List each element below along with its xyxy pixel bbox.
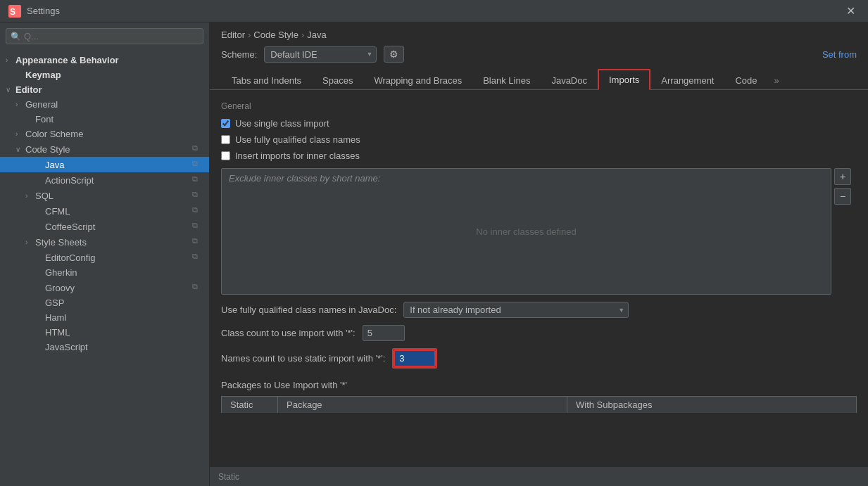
sidebar-item-label: CoffeeScript: [35, 222, 192, 232]
arrow-icon: ∨: [6, 86, 15, 94]
sidebar-item-label: Keymap: [15, 70, 203, 80]
sidebar-item-groovy[interactable]: Groovy ⧉: [0, 280, 209, 295]
names-count-input[interactable]: [394, 350, 436, 367]
sidebar-item-label: Style Sheets: [35, 237, 192, 248]
exclude-buttons: + −: [834, 168, 851, 205]
tab-tabs-indents[interactable]: Tabs and Indents: [221, 70, 312, 90]
packages-table-header: Static Package With Subpackages: [221, 396, 857, 413]
packages-label: Packages to Use Import with '*': [221, 380, 857, 390]
scheme-dropdown[interactable]: Default IDE: [264, 46, 377, 63]
sidebar-item-label: Editor: [15, 84, 203, 95]
insert-imports-inner-label: Insert imports for inner classes: [235, 151, 360, 161]
tab-blank-lines[interactable]: Blank Lines: [472, 70, 541, 90]
insert-imports-inner-checkbox[interactable]: [221, 151, 230, 160]
sidebar-item-editor[interactable]: ∨ Editor: [0, 82, 209, 97]
sidebar-item-label: Groovy: [35, 283, 192, 293]
scheme-dropdown-wrapper: Default IDE: [264, 46, 377, 63]
arrow-icon: ›: [25, 238, 35, 246]
fully-qualified-checkbox[interactable]: [221, 135, 230, 144]
add-exclude-button[interactable]: +: [834, 168, 851, 185]
single-class-import-checkbox[interactable]: [221, 119, 230, 128]
fully-qualified-label: Use fully qualified class names: [235, 134, 360, 145]
sidebar-item-keymap[interactable]: Keymap: [0, 68, 209, 82]
tab-imports[interactable]: Imports: [598, 69, 650, 91]
copy-icon: ⧉: [192, 205, 203, 217]
sidebar-item-code-style[interactable]: ∨ Code Style ⧉: [0, 141, 209, 157]
class-count-label: Class count to use import with '*':: [221, 328, 356, 338]
exclude-container: Exclude inner classes by short name: No …: [221, 168, 831, 295]
sidebar-item-font[interactable]: Font: [0, 112, 209, 127]
col-subpackages[interactable]: With Subpackages: [567, 397, 856, 413]
packages-section: Packages to Use Import with '*' Static P…: [221, 380, 857, 413]
sidebar-item-sql[interactable]: › SQL ⧉: [0, 188, 209, 203]
tab-javadoc[interactable]: JavaDoc: [541, 70, 598, 90]
breadcrumb-editor: Editor: [221, 30, 245, 40]
copy-icon: ⧉: [192, 236, 203, 248]
class-count-row: Class count to use import with '*':: [221, 325, 857, 341]
breadcrumb-sep2: ›: [301, 30, 304, 40]
javadoc-dropdown[interactable]: If not already imported Always Never: [403, 302, 629, 318]
tab-code[interactable]: Code: [724, 70, 767, 90]
tab-arrangement[interactable]: Arrangement: [650, 70, 724, 90]
sidebar: 🔍 › Appearance & Behavior Keymap ∨ Edito…: [0, 23, 210, 486]
fully-qualified-row: Use fully qualified class names: [221, 134, 857, 145]
sidebar-item-gsp[interactable]: GSP: [0, 295, 209, 310]
sidebar-item-label: General: [25, 99, 203, 110]
sidebar-item-label: Gherkin: [35, 267, 203, 278]
set-from-link[interactable]: Set from: [822, 49, 857, 60]
sidebar-item-label: JavaScript: [35, 342, 203, 352]
sidebar-item-label: EditorConfig: [35, 252, 192, 263]
sidebar-item-actionscript[interactable]: ActionScript ⧉: [0, 172, 209, 188]
app-icon: S: [8, 5, 21, 18]
tabs-bar: Tabs and Indents Spaces Wrapping and Bra…: [210, 68, 868, 90]
sidebar-item-java[interactable]: Java ⧉: [0, 157, 209, 172]
sidebar-item-color-scheme[interactable]: › Color Scheme: [0, 127, 209, 141]
content-area: General Use single class import Use full…: [210, 90, 868, 466]
javadoc-dropdown-wrapper: If not already imported Always Never: [403, 302, 629, 318]
col-static[interactable]: Static: [222, 397, 278, 413]
arrow-icon: ›: [6, 56, 15, 64]
sidebar-tree: › Appearance & Behavior Keymap ∨ Editor …: [0, 50, 209, 486]
copy-icon: ⧉: [192, 174, 203, 186]
single-class-import-label: Use single class import: [235, 118, 329, 129]
window-title: Settings: [27, 6, 842, 16]
sidebar-item-coffeescript[interactable]: CoffeeScript ⧉: [0, 219, 209, 234]
sidebar-item-html[interactable]: HTML: [0, 325, 209, 340]
sidebar-item-stylesheets[interactable]: › Style Sheets ⧉: [0, 234, 209, 250]
search-box: 🔍: [6, 28, 203, 44]
close-button[interactable]: ✕: [842, 3, 860, 19]
sidebar-item-appearance[interactable]: › Appearance & Behavior: [0, 53, 209, 68]
general-section-label: General: [221, 101, 857, 111]
javadoc-setting-row: Use fully qualified class names in JavaD…: [221, 302, 857, 318]
search-input[interactable]: [24, 31, 199, 41]
gear-button[interactable]: ⚙: [384, 46, 404, 63]
sidebar-item-label: Code Style: [25, 144, 192, 155]
sidebar-item-gherkin[interactable]: Gherkin: [0, 265, 209, 280]
single-class-import-row: Use single class import: [221, 118, 857, 129]
tab-more[interactable]: »: [768, 70, 786, 90]
right-panel: Editor › Code Style › Java Scheme: Defau…: [210, 23, 868, 486]
statusbar: Static: [210, 466, 868, 486]
status-static: Static: [218, 472, 239, 482]
arrow-icon: ›: [15, 101, 25, 108]
sidebar-item-haml[interactable]: Haml: [0, 310, 209, 325]
copy-icon: ⧉: [192, 282, 203, 293]
col-package[interactable]: Package: [278, 397, 567, 413]
class-count-input[interactable]: [363, 325, 405, 341]
sidebar-item-label: Appearance & Behavior: [15, 55, 203, 65]
remove-exclude-button[interactable]: −: [834, 188, 851, 205]
search-icon: 🔍: [11, 32, 21, 41]
sidebar-item-general[interactable]: › General: [0, 97, 209, 112]
scheme-row: Scheme: Default IDE ⚙ Set from: [210, 40, 868, 68]
titlebar: S Settings ✕: [0, 0, 868, 23]
scheme-label: Scheme:: [221, 49, 257, 60]
sidebar-item-editorconfig[interactable]: EditorConfig ⧉: [0, 250, 209, 265]
tab-spaces[interactable]: Spaces: [312, 70, 363, 90]
svg-text:S: S: [10, 7, 15, 17]
sidebar-item-javascript[interactable]: JavaScript: [0, 340, 209, 354]
copy-icon: ⧉: [192, 221, 203, 232]
sidebar-item-label: Haml: [35, 312, 203, 323]
tab-wrapping-braces[interactable]: Wrapping and Braces: [363, 70, 472, 90]
breadcrumb-java: Java: [307, 30, 326, 40]
sidebar-item-cfml[interactable]: CFML ⧉: [0, 203, 209, 219]
